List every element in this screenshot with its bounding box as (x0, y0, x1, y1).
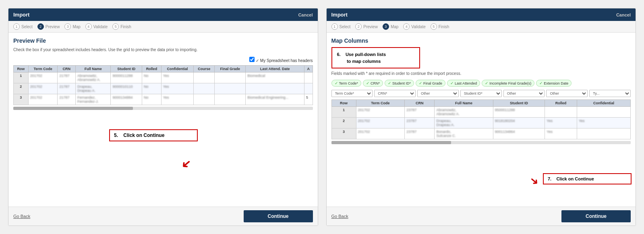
cell-term-3: 201702 (28, 94, 58, 105)
cell-row-3: 3 (14, 94, 29, 105)
map-cell-conf-2: Yes (577, 118, 630, 128)
right-step-map[interactable]: 3 Map (383, 23, 398, 30)
headers-checkbox[interactable] (249, 57, 255, 62)
step-select[interactable]: 1 Select (13, 23, 33, 30)
left-header: Import Cancel (8, 8, 318, 21)
table-row: 2 201702 21787 Drapeau,Drapeau A. 900001… (14, 83, 313, 94)
right-header: Import Cancel (327, 8, 636, 21)
right-step-circle-4: 4 (403, 23, 410, 30)
right-step-label-1: Select (340, 25, 351, 29)
headers-checkbox-label[interactable]: ✓ My Spreadsheet has headers (249, 58, 313, 63)
left-cancel-button[interactable]: Cancel (298, 12, 313, 17)
step-label-4: Validate (93, 25, 108, 29)
map-row-2: 2 (331, 118, 356, 128)
dropdown-type[interactable]: Ty... (589, 90, 631, 97)
map-cell-rolled-1 (545, 107, 577, 118)
right-step-validate[interactable]: 4 Validate (403, 23, 425, 30)
step-map[interactable]: 3 Map (64, 23, 80, 30)
dropdown-student-id[interactable]: Student ID* (460, 90, 502, 97)
table-row: 1 201702 23787 Abramowitz,Abramowitz A. … (331, 107, 631, 118)
map-col-row: Row (331, 100, 356, 107)
step-circle-4: 4 (85, 23, 92, 30)
right-step-finish[interactable]: 5 Finish (431, 23, 449, 30)
dropdown-other-3[interactable]: Other (546, 90, 588, 97)
cell-conf-2: Yes (161, 83, 193, 94)
map-col-name: Full Name (435, 100, 493, 107)
map-cell-rolled-3: Yes (545, 128, 577, 139)
tag-last-attended: ✓ Last Attended (447, 80, 480, 87)
map-desc-text: 6. Use pull-down lists to map columns Fi… (331, 47, 631, 77)
cell-extra-1 (304, 72, 313, 83)
cell-term-2: 201702 (28, 83, 58, 94)
step-validate[interactable]: 4 Validate (85, 23, 108, 30)
cell-crn-2: 21787 (58, 83, 76, 94)
dropdown-term-code[interactable]: Term Code* (331, 90, 373, 97)
step-label-3: Map (72, 25, 80, 29)
dropdown-other-1[interactable]: Other (417, 90, 459, 97)
annotation-step7: 7. Click on Continue (543, 173, 632, 184)
right-step-circle-2: 2 (355, 23, 362, 30)
map-cell-sid-2: 9018180204 (493, 118, 545, 128)
cell-sid-3: 9000134884 (111, 94, 142, 105)
cell-term-1: 201702 (28, 72, 58, 83)
left-section-desc: Check the box if your spreadsheet includ… (13, 47, 313, 53)
right-steps-bar: 1 Select 2 Preview 3 Map 4 Validate 5 Fi… (327, 21, 636, 33)
tag-student-id: ✓ Student ID* (385, 80, 414, 87)
right-section-desc: Fields marked with * are required in ord… (331, 71, 631, 77)
cell-rolled-3: No (142, 94, 161, 105)
tag-term-code: ✓ Term Code* (331, 80, 362, 87)
right-panel: Import Cancel 1 Select 2 Preview 3 Map 4… (326, 8, 636, 226)
left-title: Import (13, 12, 29, 18)
col-last-attend: Last Attend. Date (246, 66, 304, 72)
right-step-label-3: Map (391, 25, 398, 29)
right-scrollbar[interactable] (331, 141, 631, 144)
col-rolled: Rolled (142, 66, 161, 72)
dropdown-crn[interactable]: CRN* (374, 90, 416, 97)
continue-button[interactable]: Continue (244, 210, 313, 222)
step-label-5: Finish (120, 25, 131, 29)
map-col-sid: Student ID (493, 100, 545, 107)
col-student-id: Student ID (111, 66, 142, 72)
annotation-step6-text: 6. Use pull-down lists to map columns (337, 52, 386, 64)
cell-sid-1: 9000011288 (111, 72, 142, 83)
cell-conf-3: Yes (161, 94, 193, 105)
map-cell-term-2: 201702 (356, 118, 405, 128)
left-panel-body: Preview File Check the box if your sprea… (8, 33, 318, 207)
col-crn: CRN (58, 66, 76, 72)
map-cell-name-2: Drapeau,Drapeau A. (435, 118, 493, 128)
map-cell-term-3: 201702 (356, 128, 405, 139)
map-cell-name-1: Abramowitz,Abramowitz A. (435, 107, 493, 118)
col-extra: A (304, 66, 313, 72)
right-go-back-button[interactable]: Go Back (331, 214, 348, 219)
step-preview[interactable]: 2 Preview (37, 23, 60, 30)
scrollbar-thumb (13, 107, 133, 110)
left-section-title: Preview File (13, 37, 313, 44)
left-steps-bar: 1 Select 2 Preview 3 Map 4 Validate 5 Fi… (8, 21, 318, 33)
right-step-label-5: Finish (439, 25, 449, 29)
tag-final-grade: ✓ Final Grade (416, 80, 445, 87)
right-continue-button[interactable]: Continue (561, 210, 631, 222)
map-col-rolled: Rolled (545, 100, 577, 107)
cell-extra-2 (304, 83, 313, 94)
col-full-name: Full Name (76, 66, 111, 72)
right-step-circle-3: 3 (383, 23, 389, 30)
map-tags-container: ✓ Term Code* ✓ CRN* ✓ Student ID* ✓ Fina… (331, 80, 631, 87)
map-row-1: 1 (331, 107, 356, 118)
cell-rolled-2: No (142, 83, 161, 94)
map-table: Row Term Code CRN Full Name Student ID R… (331, 99, 631, 139)
horizontal-scrollbar[interactable] (13, 107, 313, 110)
step-finish[interactable]: 5 Finish (112, 23, 131, 30)
go-back-button[interactable]: Go Back (13, 214, 30, 219)
right-step-select[interactable]: 1 Select (331, 23, 351, 30)
cell-course-1 (193, 72, 215, 83)
right-cancel-button[interactable]: Cancel (616, 12, 631, 17)
cell-conf-1: Yes (161, 72, 193, 83)
dropdown-other-2[interactable]: Other (503, 90, 545, 97)
map-row-3: 3 (331, 128, 356, 139)
left-footer: Go Back Continue (8, 207, 318, 226)
right-footer: Go Back Continue (327, 207, 636, 226)
preview-table: Row Term Code CRN Full Name Student ID R… (13, 65, 313, 105)
cell-attend-1: Biomedical (246, 72, 304, 83)
right-section-title: Map Columns (331, 37, 631, 44)
right-step-preview[interactable]: 2 Preview (355, 23, 378, 30)
